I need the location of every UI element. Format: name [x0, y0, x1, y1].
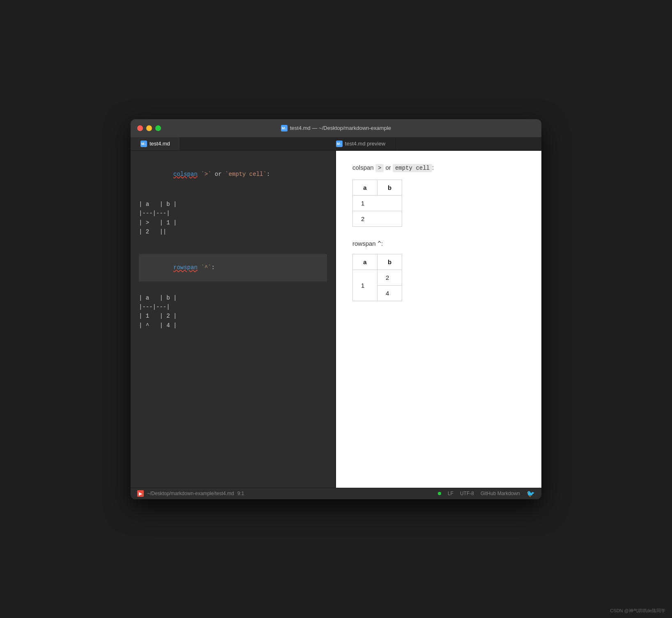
rowspan-table-line2: |---|---|: [139, 302, 327, 311]
colspan-table-line1: | a | b |: [139, 200, 327, 209]
statusbar-path: ~/Desktop/markdown-example/test4.md: [147, 491, 234, 496]
rowspan-row2-b: 4: [377, 285, 402, 301]
rowspan-cell-1: 1: [353, 270, 377, 301]
tab-editor-icon: M↓: [140, 141, 147, 147]
tab-bar: M↓ test4.md M↓ test4.md preview: [131, 137, 541, 151]
colspan-keyword: colspan: [173, 171, 198, 178]
tab-preview-icon: M↓: [336, 141, 343, 147]
rowspan-header-b: b: [377, 254, 402, 270]
rowspan-keyword: rowspan: [173, 264, 198, 271]
colspan-header-b: b: [377, 180, 402, 195]
rowspan-table-line1: | a | b |: [139, 293, 327, 302]
twitter-icon: 🐦: [527, 490, 535, 498]
colspan-row2-cell: 2: [353, 211, 402, 226]
title-text: test4.md — ~/Desktop/markdown-example: [290, 125, 391, 131]
statusbar-left: ▶ ~/Desktop/markdown-example/test4.md 9:…: [137, 490, 244, 497]
tab-preview[interactable]: M↓ test4.md preview: [326, 137, 396, 150]
rowspan-header-a: a: [353, 254, 377, 270]
tab-editor[interactable]: M↓ test4.md: [131, 137, 180, 150]
colspan-preview-title: colspan > or empty cell:: [352, 164, 525, 171]
preview-pane: colspan > or empty cell: a b 1 2: [336, 151, 541, 488]
colspan-gt-code: >: [375, 164, 384, 172]
statusbar-logo: ▶: [137, 490, 144, 497]
table-row: 2: [353, 211, 402, 226]
app-window: M↓ test4.md — ~/Desktop/markdown-example…: [131, 119, 541, 499]
statusbar-syntax: GitHub Markdown: [481, 491, 520, 496]
statusbar: ▶ ~/Desktop/markdown-example/test4.md 9:…: [131, 488, 541, 499]
maximize-button[interactable]: [155, 125, 161, 131]
colspan-header-a: a: [353, 180, 377, 195]
colspan-header: colspan `>` or `empty cell`:: [139, 161, 327, 188]
colspan-section: colspan `>` or `empty cell`: | a | b | |…: [139, 161, 327, 237]
file-icon: M↓: [281, 125, 288, 131]
table-header-row: a b: [353, 254, 402, 270]
colspan-empty-code: empty cell: [393, 164, 432, 172]
statusbar-encoding: UTF-8: [460, 491, 474, 496]
rowspan-caret-code: ^: [377, 240, 381, 247]
minimize-button[interactable]: [146, 125, 152, 131]
colspan-row1-cell: 1: [353, 195, 402, 211]
statusbar-cursor: 9:1: [237, 491, 244, 496]
window-title: M↓ test4.md — ~/Desktop/markdown-example: [281, 125, 391, 131]
watermark: CSDN @神气哄哄de陈同学: [610, 608, 665, 614]
dot-indicator: [438, 492, 441, 495]
colspan-table-line3: | > | 1 |: [139, 218, 327, 227]
titlebar: M↓ test4.md — ~/Desktop/markdown-example: [131, 119, 541, 137]
editor-pane[interactable]: colspan `>` or `empty cell`: | a | b | |…: [131, 151, 336, 488]
table-row: 1: [353, 195, 402, 211]
rowspan-table-line3: | 1 | 2 |: [139, 311, 327, 321]
close-button[interactable]: [137, 125, 143, 131]
colspan-table: a b 1 2: [352, 180, 402, 227]
tab-editor-label: test4.md: [150, 141, 170, 147]
table-row: 1 2: [353, 270, 402, 285]
tab-preview-label: test4.md preview: [345, 141, 385, 147]
rowspan-table-line4: | ^ | 4 |: [139, 321, 327, 330]
rowspan-table: a b 1 2 4: [352, 254, 402, 301]
rowspan-header: rowspan `^`:: [139, 254, 327, 281]
colspan-table-line4: | 2 ||: [139, 227, 327, 236]
statusbar-line-ending: LF: [448, 491, 453, 496]
rowspan-row1-b: 2: [377, 270, 402, 285]
colspan-table-line2: |---|---|: [139, 209, 327, 218]
rowspan-section: rowspan `^`: | a | b | |---|---| | 1 | 2…: [139, 254, 327, 330]
rowspan-preview-title: rowspan ^:: [352, 240, 525, 247]
table-header-row: a b: [353, 180, 402, 195]
main-content: colspan `>` or `empty cell`: | a | b | |…: [131, 151, 541, 488]
statusbar-right: LF UTF-8 GitHub Markdown 🐦: [438, 490, 535, 498]
traffic-lights: [137, 125, 161, 131]
